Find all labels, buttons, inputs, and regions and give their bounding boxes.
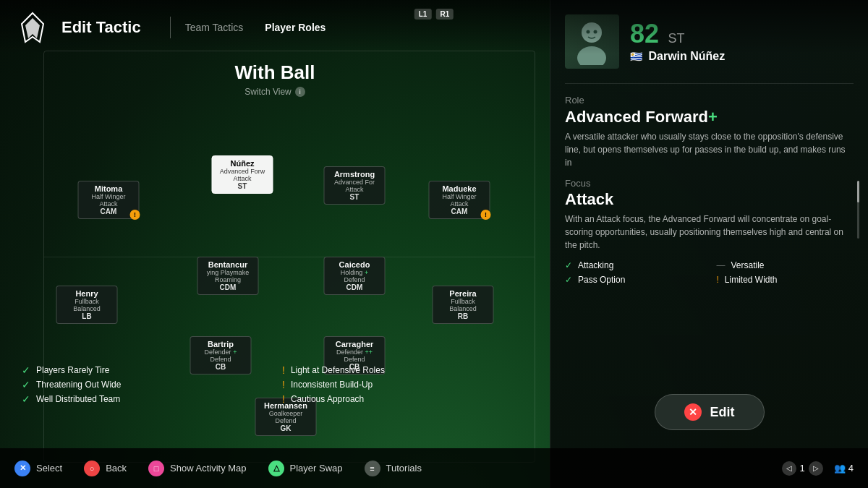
player-node-caicedo[interactable]: Caicedo Holding + Defend CDM xyxy=(324,257,386,295)
role-name: Advanced Forward+ xyxy=(565,108,854,127)
field-container: Mitoma Half Winger Attack CAM ! Núñez Ad… xyxy=(43,148,535,481)
page-right-icon[interactable]: ▷ xyxy=(809,461,823,476)
players-count-number: 4 xyxy=(848,463,854,474)
action-player-swap[interactable]: △ Player Swap xyxy=(268,461,343,476)
mitoma-warn: ! xyxy=(130,210,140,220)
player-swap-label: Player Swap xyxy=(290,463,343,474)
player-node-madueke[interactable]: Madueke Half Winger Attack CAM ! xyxy=(429,181,490,219)
edit-btn-label: Edit xyxy=(710,405,735,420)
check-icon: ✓ xyxy=(22,364,30,376)
check-icon-attr-3: ✓ xyxy=(565,275,572,285)
page-indicator: ◁ 1 ▷ xyxy=(782,461,823,476)
player-node-nunez[interactable]: Núñez Advanced Forw Attack ST xyxy=(212,155,273,194)
r1-button[interactable]: R1 xyxy=(435,9,454,20)
nav-divider xyxy=(170,17,171,38)
switch-view[interactable]: Switch View i xyxy=(0,87,550,97)
focus-label: Focus xyxy=(565,178,854,189)
player-node-mitoma[interactable]: Mitoma Half Winger Attack CAM ! xyxy=(78,181,140,219)
attr-limited-width: ! Limited Width xyxy=(717,275,854,285)
share-button-icon: ≡ xyxy=(365,461,380,476)
tutorials-label: Tutorials xyxy=(386,463,422,474)
main-area: With Ball Switch View i Mitoma Half Wing… xyxy=(0,54,550,448)
controller-buttons: L1 R1 xyxy=(414,9,454,20)
square-button-icon: □ xyxy=(148,461,164,476)
header-title: Edit Tactic xyxy=(61,18,141,37)
trait-distributed-team: ✓ Well Distributed Team xyxy=(22,393,268,405)
o-button-icon: ○ xyxy=(84,461,100,476)
attr-pass-option: ✓ Pass Option xyxy=(565,275,702,285)
right-panel: 82 ST 🇺🇾 Darwin Núñez Role Advanced Forw… xyxy=(550,0,868,488)
role-section: Role Advanced Forward+ A versatile attac… xyxy=(565,95,854,169)
nav-team-tactics[interactable]: Team Tactics xyxy=(185,22,244,33)
activity-map-label: Show Activity Map xyxy=(170,463,247,474)
page-number: 1 xyxy=(800,463,805,474)
trait-players-tire: ✓ Players Rarely Tire xyxy=(22,364,268,376)
action-tutorials[interactable]: ≡ Tutorials xyxy=(365,461,422,476)
warn-icon-3: ! xyxy=(282,393,285,405)
game-logo xyxy=(14,9,51,46)
x-button-icon: ✕ xyxy=(14,461,30,476)
player-node-armstrong[interactable]: Armstrong Advanced For Attack ST xyxy=(324,166,386,205)
focus-description: With an Attack focus, the Advanced Forwa… xyxy=(565,213,854,252)
attr-attacking: ✓ Attacking xyxy=(565,260,702,270)
role-description: A versatile attacker who usually stays c… xyxy=(565,130,854,169)
bottom-bar: ✕ Select ○ Back □ Show Activity Map △ Pl… xyxy=(0,448,868,488)
warn-icon-2: ! xyxy=(282,379,285,390)
check-icon-3: ✓ xyxy=(22,393,30,405)
players-icon-symbol: 👥 xyxy=(834,463,846,474)
back-label: Back xyxy=(106,463,127,474)
header: L1 R1 Edit Tactic Team Tactics Player Ro… xyxy=(0,0,868,54)
madueke-warn: ! xyxy=(481,210,491,220)
player-node-pereira[interactable]: Pereira Fullback Balanced RB xyxy=(433,286,494,324)
role-plus-icon: + xyxy=(708,108,718,126)
triangle-button-icon: △ xyxy=(268,461,284,476)
focus-name: Attack xyxy=(565,190,854,209)
player-node-bentancur[interactable]: Bentancur ying Playmake Roaming CDM xyxy=(197,257,259,295)
l1-button[interactable]: L1 xyxy=(414,9,432,20)
role-label: Role xyxy=(565,95,854,106)
players-count: 👥 4 xyxy=(834,463,854,474)
trait-threatening-wide: ✓ Threatening Out Wide xyxy=(22,379,268,390)
svg-marker-1 xyxy=(25,18,40,38)
attributes-grid: ✓ Attacking — Versatile ✓ Pass Option ! … xyxy=(565,260,854,285)
action-activity-map[interactable]: □ Show Activity Map xyxy=(148,461,247,476)
edit-btn-icon: ✕ xyxy=(684,403,702,421)
bottom-right: ◁ 1 ▷ 👥 4 xyxy=(782,461,854,476)
scroll-indicator[interactable] xyxy=(857,181,859,239)
player-node-henry[interactable]: Henry Fullback Balanced LB xyxy=(56,286,118,324)
scroll-thumb xyxy=(857,181,859,202)
check-icon-2: ✓ xyxy=(22,379,30,390)
action-select[interactable]: ✕ Select xyxy=(14,461,62,476)
select-label: Select xyxy=(36,463,62,474)
check-icon-attr-1: ✓ xyxy=(565,260,572,270)
focus-section: Focus Attack With an Attack focus, the A… xyxy=(565,178,854,252)
dash-icon-attr-2: — xyxy=(717,260,726,270)
trait-light-defensive: ! Light at Defensive Roles xyxy=(282,364,528,376)
edit-button[interactable]: ✕ Edit xyxy=(655,394,765,430)
page-left-icon[interactable]: ◁ xyxy=(782,461,796,476)
section-title: With Ball xyxy=(0,61,550,84)
trait-inconsistent-build: ! Inconsistent Build-Up xyxy=(282,379,528,390)
action-back[interactable]: ○ Back xyxy=(84,461,127,476)
warn-icon-1: ! xyxy=(282,364,285,376)
switch-view-info-icon: i xyxy=(295,87,305,97)
warn-icon-attr-4: ! xyxy=(717,275,719,285)
traits-area: ✓ Players Rarely Tire ! Light at Defensi… xyxy=(7,364,542,405)
attr-versatile: — Versatile xyxy=(717,260,854,270)
trait-cautious-approach: ! Cautious Approach xyxy=(282,393,528,405)
header-nav: Team Tactics Player Roles xyxy=(185,22,326,33)
nav-player-roles[interactable]: Player Roles xyxy=(265,22,326,33)
